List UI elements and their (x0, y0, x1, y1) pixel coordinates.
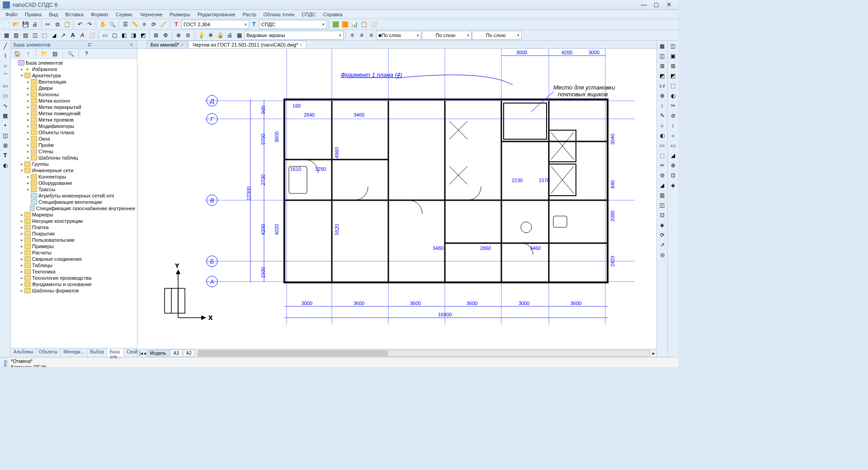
menu-file[interactable]: Файл (2, 11, 21, 18)
tree-node[interactable]: ▸Пользовательские (11, 237, 137, 243)
lay1-icon[interactable]: ≡ (348, 31, 357, 40)
s6-icon[interactable]: ◢ (49, 31, 58, 40)
tree-node[interactable]: ▸Объекты плана (11, 129, 137, 136)
props-icon[interactable]: ☰ (121, 20, 130, 29)
scroll-right[interactable]: ▸ (652, 351, 655, 356)
tree-node[interactable]: Спецификация вентиляции (11, 199, 137, 205)
rr2-icon[interactable]: ▣ (669, 52, 678, 61)
s7-icon[interactable]: ↗ (59, 31, 68, 40)
db1-icon[interactable]: 🟩 (331, 20, 340, 29)
sb-help-icon[interactable]: ? (82, 49, 91, 58)
db5-icon[interactable]: ⬜ (369, 20, 378, 29)
r1-icon[interactable]: ▦ (658, 42, 667, 51)
tree-node[interactable]: ▸Тектоника (11, 268, 137, 275)
r11-icon[interactable]: ▭ (658, 141, 667, 150)
saveall-icon[interactable]: 🖨 (30, 20, 39, 29)
s17-icon[interactable]: ⚙ (161, 31, 170, 40)
tree-node[interactable]: ▸Метки перекрытий (11, 104, 137, 110)
menu-dims[interactable]: Размеры (166, 11, 194, 18)
combo-layer[interactable]: ■ По слою▾ (376, 31, 421, 40)
s12-icon[interactable]: ▢ (110, 31, 119, 40)
r15-icon[interactable]: ◢ (658, 181, 667, 190)
lay3-icon[interactable]: ≡ (367, 31, 376, 40)
rr11-icon[interactable]: ▭ (669, 141, 678, 150)
s8-icon[interactable]: A (68, 31, 77, 40)
tab-nav-prev[interactable]: ◂ (144, 351, 146, 356)
hatch-icon[interactable]: ▦ (1, 111, 10, 120)
tree-node[interactable]: ▸Двери (11, 85, 137, 91)
tree-node[interactable]: ▸Шаблоны таблиц (11, 155, 137, 161)
tree-node[interactable]: ▸Технология производства (11, 275, 137, 281)
combo-gost[interactable]: ГОСТ 2.304▾ (181, 20, 249, 29)
r2-icon[interactable]: ◫ (658, 52, 667, 61)
menu-tools[interactable]: Сервис (112, 11, 137, 18)
ts-icon[interactable]: T (172, 20, 181, 29)
cut-icon[interactable]: ✂ (43, 20, 52, 29)
line-icon[interactable]: ╱ (1, 42, 10, 51)
undo-icon[interactable]: ↶ (75, 20, 85, 29)
tab-close-icon[interactable]: × (181, 42, 184, 47)
sidebar-pin-icon[interactable]: ⊏ (86, 42, 94, 47)
r12-icon[interactable]: ⬚ (658, 151, 667, 160)
s5-icon[interactable]: ⬚ (40, 31, 49, 40)
rr9-icon[interactable]: ↕ (669, 121, 678, 130)
region-icon[interactable]: ◐ (1, 161, 10, 170)
tab-model[interactable]: Модель (147, 350, 170, 357)
tree-node[interactable]: ▸Окна (11, 136, 137, 142)
command-lines[interactable]: *Отмена* Команда: DEdit Команда: (8, 357, 678, 367)
rect-icon[interactable]: ▭ (1, 81, 10, 90)
tree-node[interactable]: ▸Колонны (11, 91, 137, 98)
s2-icon[interactable]: ▥ (11, 31, 20, 40)
sb-find-icon[interactable]: 🔍 (66, 49, 75, 58)
r16-icon[interactable]: ▥ (658, 191, 667, 200)
s15-icon[interactable]: ◩ (138, 31, 147, 40)
rr10-icon[interactable]: ⟐ (669, 131, 678, 140)
dist-icon[interactable]: 📏 (130, 20, 139, 29)
document-tab[interactable]: Чертеж из ГОСТ 21.501-2011 (nanoCAD).dwg… (189, 41, 307, 48)
combo-spds[interactable]: СПДС▾ (259, 20, 327, 29)
s4-icon[interactable]: ◫ (30, 31, 39, 40)
tree-node[interactable]: ▸Несущие конструкции (11, 218, 137, 224)
point-icon[interactable]: • (1, 121, 10, 130)
canvas[interactable]: Д Г В Б А (137, 49, 656, 349)
new-icon[interactable]: 📄 (2, 20, 11, 29)
tree-node[interactable]: ▸★Избранное (11, 66, 137, 72)
tab-close-icon[interactable]: × (300, 42, 302, 47)
s18-icon[interactable]: ⊕ (174, 31, 183, 40)
r21-icon[interactable]: ↗ (658, 240, 667, 249)
r14-icon[interactable]: ⊘ (658, 171, 667, 180)
tree-node[interactable]: ▸Оборудование (11, 180, 137, 186)
r5-icon[interactable]: 1:2 (658, 81, 667, 90)
sb-up-icon[interactable]: ↑ (24, 49, 33, 58)
pline-icon[interactable]: ⌇ (1, 52, 10, 61)
tree-node[interactable]: ▸Метки колонн (11, 98, 137, 104)
sb-fold-icon[interactable]: 📁 (39, 49, 48, 58)
r19-icon[interactable]: ◈ (658, 221, 667, 230)
layer-icon[interactable]: ≡ (140, 20, 149, 29)
rr1-icon[interactable]: ◫ (669, 42, 678, 51)
s3-icon[interactable]: ▤ (21, 31, 30, 40)
tree-node[interactable]: ▸Шаблоны форматов (11, 287, 137, 294)
tree-node[interactable]: ▸Метки помещений (11, 110, 137, 117)
r10-icon[interactable]: ◐ (658, 131, 667, 140)
sidebar-close-icon[interactable]: × (129, 42, 134, 47)
tree-node[interactable]: ▸Трассы (11, 186, 137, 193)
r8-icon[interactable]: ✎ (658, 111, 667, 120)
sidebar-tab[interactable]: Менедж... (61, 348, 87, 357)
tree-node[interactable]: ▸Таблицы (11, 262, 137, 268)
menu-modify[interactable]: Редактирование (194, 11, 239, 18)
document-tab[interactable]: Без имени0*× (146, 41, 188, 48)
open-icon[interactable]: 📂 (11, 20, 20, 29)
db4-icon[interactable]: 📋 (359, 20, 368, 29)
pan-icon[interactable]: ✋ (98, 20, 107, 29)
redo-icon[interactable]: ↷ (85, 20, 94, 29)
rr13-icon[interactable]: ⊕ (669, 161, 678, 170)
r4-icon[interactable]: ◩ (658, 71, 667, 80)
sidebar-tab[interactable]: Альбомы (11, 348, 36, 357)
maximize-button[interactable]: ◻ (650, 1, 663, 9)
s14-icon[interactable]: ◨ (129, 31, 138, 40)
s21-icon[interactable]: ❄ (206, 31, 215, 40)
s19-icon[interactable]: ⊘ (184, 31, 193, 40)
tab-nav-first[interactable]: |◂ (139, 351, 143, 356)
sb-filter-icon[interactable]: ▤ (50, 49, 59, 58)
